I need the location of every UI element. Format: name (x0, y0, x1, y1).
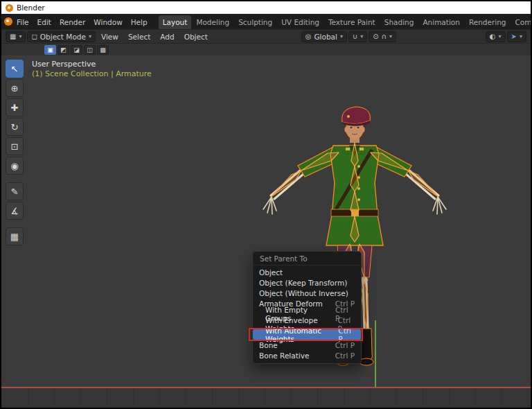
menu-separator (254, 265, 360, 266)
rotate-tool[interactable]: ↻ (6, 118, 24, 136)
mode-selector[interactable]: ◻ Object Mode ▾ (27, 31, 95, 42)
select-mode-intersect-button[interactable]: ▩ (97, 45, 109, 55)
blender-logo-icon (6, 4, 13, 12)
collar-tab-left (346, 148, 350, 150)
button (357, 198, 360, 201)
blender-icon (4, 17, 12, 26)
menu-item-bone-relative[interactable]: Bone Relative Ctrl P (253, 350, 361, 360)
select-mode-new-button[interactable]: ▣ (44, 45, 56, 55)
workspace-tab-modeling[interactable]: Modeling (192, 15, 233, 29)
transform-icon: ◉ (10, 161, 18, 171)
context-menu-title: Set Parent To (253, 252, 361, 265)
menu-view[interactable]: View (97, 33, 123, 41)
menu-select[interactable]: Select (124, 33, 154, 41)
titlebar: Blender (1, 1, 531, 14)
grid-floor (1, 388, 531, 408)
beret (342, 107, 371, 124)
chevron-down-icon: ▾ (89, 33, 91, 40)
workspace-tab-uv-editing[interactable]: UV Editing (277, 15, 323, 29)
cursor-icon: ⊕ (11, 83, 19, 94)
chevron-down-icon: ▾ (19, 33, 21, 40)
collar-tab-right (360, 148, 364, 150)
add-cube-tool[interactable]: ▦ (6, 227, 24, 245)
select-mode-invert-button[interactable]: ◫ (84, 45, 96, 55)
workspace-tab-rendering[interactable]: Rendering (465, 15, 511, 29)
mode-selector-label: Object Mode (40, 33, 86, 41)
3d-viewport[interactable]: ↖ ⊕ ✚ ↻ ⊡ ◉ ✎ ∡ ▦ User Perspective (1) S… (1, 55, 531, 408)
editor-type-selector[interactable]: ▦ ▾ (6, 31, 26, 42)
select-mode-extend-button[interactable]: ◩ (57, 45, 69, 55)
orientation-label: Global (314, 33, 337, 41)
chevron-down-icon: ▾ (520, 33, 522, 40)
menu-item-with-automatic-weights[interactable]: With Automatic Weights Ctrl P (253, 329, 361, 340)
chevron-down-icon: ▾ (389, 33, 392, 40)
select-box-icon: ↖ (11, 64, 19, 74)
gizmo-arrow-icon: ➤ (511, 33, 517, 40)
proportional-editing-icon: ⊙ (373, 33, 378, 40)
x-axis-line (1, 387, 531, 388)
menu-item-object-without-inverse[interactable]: Object (Without Inverse) (253, 288, 361, 298)
menu-item-label: Bone (259, 341, 278, 349)
viewport-header: ▦ ▾ ◻ Object Mode ▾ View Select Add Obje… (1, 29, 531, 43)
magnet-icon: ∪ (353, 33, 357, 40)
blender-window: Blender File Edit Render Window Help Lay… (0, 0, 532, 409)
eye (357, 127, 360, 129)
top-menubar: File Edit Render Window Help Layout Mode… (1, 14, 531, 29)
measure-icon: ∡ (10, 206, 19, 216)
select-box-tool[interactable]: ↖ (6, 60, 24, 78)
move-icon: ✚ (11, 103, 19, 113)
menu-render[interactable]: Render (55, 15, 89, 29)
set-parent-context-menu: Set Parent To Object Object (Keep Transf… (252, 251, 362, 364)
measure-tool[interactable]: ∡ (6, 202, 24, 220)
gizmos-dropdown[interactable]: ➤ ▾ (507, 31, 526, 42)
editor-type-icon: ▦ (10, 33, 16, 40)
rotate-icon: ↻ (11, 122, 19, 132)
snap-toggle[interactable]: ∪ ▾ (348, 31, 367, 42)
workspace-tab-shading[interactable]: Shading (380, 15, 418, 29)
beret-badge (347, 115, 350, 118)
active-collection-breadcrumb: (1) Scene Collection | Armature (32, 69, 152, 78)
blender-app-menu-button[interactable] (4, 15, 12, 28)
select-mode-subtract-button[interactable]: ◪ (71, 45, 82, 55)
chevron-down-icon: ▾ (499, 33, 502, 40)
workspace-tab-layout[interactable]: Layout (159, 15, 192, 29)
window-title: Blender (17, 3, 45, 12)
transform-orientation-selector[interactable]: ◎ Global ▾ (301, 31, 347, 42)
workspace-tab-texture-paint[interactable]: Texture Paint (324, 15, 380, 29)
menu-item-object-keep-transform[interactable]: Object (Keep Transform) (253, 277, 361, 288)
menu-item-shortcut: Ctrl P (335, 341, 355, 349)
add-cube-icon: ▦ (10, 232, 19, 242)
cursor-tool[interactable]: ⊕ (6, 79, 24, 97)
tool-settings-bar: ▣ ◩ ◪ ◫ ▩ (1, 43, 531, 55)
transform-tool[interactable]: ◉ (6, 157, 24, 175)
menu-item-bone[interactable]: Bone Ctrl P (253, 340, 361, 350)
shading-sphere-icon: ◐ (490, 33, 496, 40)
move-tool[interactable]: ✚ (6, 98, 24, 116)
falloff-curve-icon: ∩ (382, 33, 387, 40)
workspace-tabs: Layout Modeling Sculpting UV Editing Tex… (159, 14, 531, 29)
chevron-down-icon: ▾ (360, 33, 363, 40)
workspace-tab-animation[interactable]: Animation (418, 15, 464, 29)
toolbar: ↖ ⊕ ✚ ↻ ⊡ ◉ ✎ ∡ ▦ (6, 60, 24, 245)
menu-item-label: Object (Without Inverse) (259, 289, 348, 297)
viewport-shading-selector[interactable]: ◐ ▾ (486, 31, 506, 42)
menu-window[interactable]: Window (89, 15, 126, 29)
annotate-icon: ✎ (11, 186, 19, 197)
button (357, 176, 360, 179)
menu-file[interactable]: File (12, 15, 33, 29)
scale-tool[interactable]: ⊡ (6, 137, 24, 155)
proportional-editing-toggle[interactable]: ⊙ ∩ ▾ (369, 31, 396, 42)
menu-item-label: Object (259, 268, 283, 277)
view-perspective-label: User Perspective (32, 60, 96, 69)
workspace-tab-compositing[interactable]: Compositing (511, 15, 531, 29)
menu-item-object[interactable]: Object (253, 267, 361, 277)
menu-help[interactable]: Help (127, 15, 152, 29)
menu-object[interactable]: Object (180, 33, 212, 41)
menu-edit[interactable]: Edit (33, 15, 55, 29)
menu-item-shortcut: Ctrl P (335, 351, 355, 360)
workspace-tab-sculpting[interactable]: Sculpting (234, 15, 276, 29)
button (357, 165, 360, 168)
eye (351, 127, 353, 129)
annotate-tool[interactable]: ✎ (6, 182, 24, 200)
menu-add[interactable]: Add (156, 33, 178, 41)
